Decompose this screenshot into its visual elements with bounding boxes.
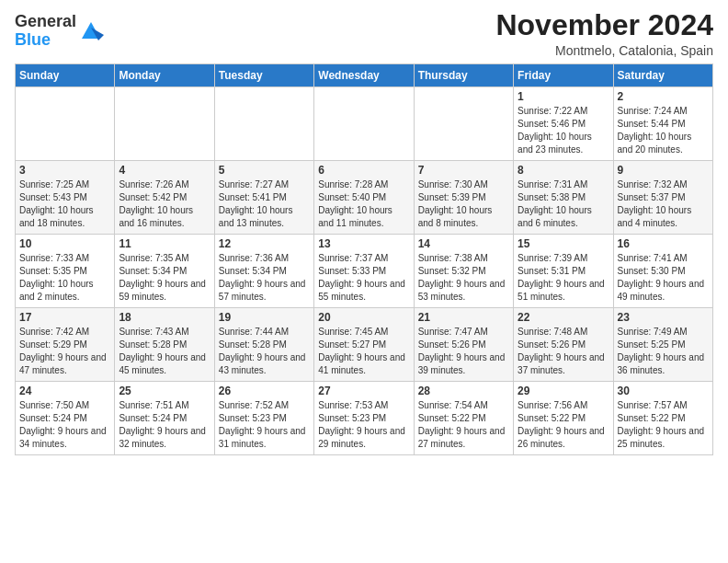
weekday-header-saturday: Saturday <box>613 64 712 87</box>
day-info: Sunrise: 7:53 AMSunset: 5:23 PMDaylight:… <box>318 399 409 451</box>
calendar-cell: 3Sunrise: 7:25 AMSunset: 5:43 PMDaylight… <box>16 161 115 235</box>
calendar-table: SundayMondayTuesdayWednesdayThursdayFrid… <box>15 63 713 455</box>
calendar-cell <box>314 87 414 161</box>
day-info: Sunrise: 7:25 AMSunset: 5:43 PMDaylight:… <box>19 178 110 230</box>
day-number: 17 <box>19 311 110 324</box>
calendar-cell: 28Sunrise: 7:54 AMSunset: 5:22 PMDayligh… <box>414 382 513 455</box>
day-info: Sunrise: 7:26 AMSunset: 5:42 PMDaylight:… <box>119 178 210 230</box>
calendar-cell: 20Sunrise: 7:45 AMSunset: 5:27 PMDayligh… <box>314 308 414 382</box>
calendar-cell <box>115 87 214 161</box>
day-info: Sunrise: 7:57 AMSunset: 5:22 PMDaylight:… <box>618 399 709 451</box>
day-number: 30 <box>618 385 709 397</box>
calendar-cell: 18Sunrise: 7:43 AMSunset: 5:28 PMDayligh… <box>115 308 214 382</box>
calendar-cell <box>16 87 115 161</box>
header: General Blue November 2024 Montmelo, Cat… <box>15 9 713 58</box>
calendar-cell: 19Sunrise: 7:44 AMSunset: 5:28 PMDayligh… <box>214 308 313 382</box>
calendar-cell: 25Sunrise: 7:51 AMSunset: 5:24 PMDayligh… <box>115 382 214 455</box>
title-block: November 2024 Montmelo, Catalonia, Spain <box>495 9 713 58</box>
day-info: Sunrise: 7:38 AMSunset: 5:32 PMDaylight:… <box>418 252 509 304</box>
day-info: Sunrise: 7:24 AMSunset: 5:44 PMDaylight:… <box>618 105 709 156</box>
calendar-cell: 23Sunrise: 7:49 AMSunset: 5:25 PMDayligh… <box>613 308 712 382</box>
location-title: Montmelo, Catalonia, Spain <box>495 43 713 58</box>
day-number: 12 <box>219 237 310 250</box>
day-info: Sunrise: 7:50 AMSunset: 5:24 PMDaylight:… <box>19 399 110 451</box>
month-title: November 2024 <box>495 9 713 41</box>
calendar-cell: 27Sunrise: 7:53 AMSunset: 5:23 PMDayligh… <box>314 382 414 455</box>
calendar-cell <box>414 87 513 161</box>
day-number: 21 <box>418 311 509 324</box>
day-info: Sunrise: 7:56 AMSunset: 5:22 PMDaylight:… <box>518 399 609 451</box>
calendar-cell: 5Sunrise: 7:27 AMSunset: 5:41 PMDaylight… <box>214 161 313 235</box>
day-number: 7 <box>418 164 509 177</box>
day-info: Sunrise: 7:27 AMSunset: 5:41 PMDaylight:… <box>219 178 310 230</box>
day-info: Sunrise: 7:22 AMSunset: 5:46 PMDaylight:… <box>518 105 609 156</box>
calendar-cell: 6Sunrise: 7:28 AMSunset: 5:40 PMDaylight… <box>314 161 414 235</box>
calendar-cell: 11Sunrise: 7:35 AMSunset: 5:34 PMDayligh… <box>115 235 214 308</box>
calendar-cell: 1Sunrise: 7:22 AMSunset: 5:46 PMDaylight… <box>514 87 613 161</box>
day-info: Sunrise: 7:37 AMSunset: 5:33 PMDaylight:… <box>318 252 409 304</box>
calendar-cell: 24Sunrise: 7:50 AMSunset: 5:24 PMDayligh… <box>16 382 115 455</box>
day-info: Sunrise: 7:28 AMSunset: 5:40 PMDaylight:… <box>318 178 409 230</box>
day-number: 18 <box>119 311 210 324</box>
calendar-cell: 21Sunrise: 7:47 AMSunset: 5:26 PMDayligh… <box>414 308 513 382</box>
calendar-cell: 26Sunrise: 7:52 AMSunset: 5:23 PMDayligh… <box>214 382 313 455</box>
day-number: 14 <box>418 237 509 250</box>
day-number: 16 <box>618 237 709 250</box>
logo-general-text: General <box>15 12 76 30</box>
day-number: 25 <box>119 385 210 397</box>
day-info: Sunrise: 7:54 AMSunset: 5:22 PMDaylight:… <box>418 399 509 451</box>
calendar-cell: 10Sunrise: 7:33 AMSunset: 5:35 PMDayligh… <box>16 235 115 308</box>
day-number: 5 <box>219 164 310 177</box>
day-info: Sunrise: 7:35 AMSunset: 5:34 PMDaylight:… <box>119 252 210 304</box>
day-info: Sunrise: 7:39 AMSunset: 5:31 PMDaylight:… <box>518 252 609 304</box>
calendar-week-4: 17Sunrise: 7:42 AMSunset: 5:29 PMDayligh… <box>16 308 713 382</box>
day-info: Sunrise: 7:36 AMSunset: 5:34 PMDaylight:… <box>219 252 310 304</box>
calendar-cell: 13Sunrise: 7:37 AMSunset: 5:33 PMDayligh… <box>314 235 414 308</box>
day-number: 29 <box>518 385 609 397</box>
day-info: Sunrise: 7:49 AMSunset: 5:25 PMDaylight:… <box>618 326 709 377</box>
day-number: 22 <box>518 311 609 324</box>
calendar-week-5: 24Sunrise: 7:50 AMSunset: 5:24 PMDayligh… <box>16 382 713 455</box>
day-number: 19 <box>219 311 310 324</box>
logo: General Blue <box>15 13 104 50</box>
day-number: 3 <box>19 164 110 177</box>
calendar-cell: 22Sunrise: 7:48 AMSunset: 5:26 PMDayligh… <box>514 308 613 382</box>
calendar-week-2: 3Sunrise: 7:25 AMSunset: 5:43 PMDaylight… <box>16 161 713 235</box>
day-number: 10 <box>19 237 110 250</box>
weekday-header-row: SundayMondayTuesdayWednesdayThursdayFrid… <box>16 64 713 87</box>
day-info: Sunrise: 7:45 AMSunset: 5:27 PMDaylight:… <box>318 326 409 377</box>
day-info: Sunrise: 7:42 AMSunset: 5:29 PMDaylight:… <box>19 326 110 377</box>
calendar-week-3: 10Sunrise: 7:33 AMSunset: 5:35 PMDayligh… <box>16 235 713 308</box>
calendar-cell: 16Sunrise: 7:41 AMSunset: 5:30 PMDayligh… <box>613 235 712 308</box>
day-info: Sunrise: 7:31 AMSunset: 5:38 PMDaylight:… <box>518 178 609 230</box>
weekday-header-wednesday: Wednesday <box>314 64 414 87</box>
day-number: 11 <box>119 237 210 250</box>
calendar-cell: 12Sunrise: 7:36 AMSunset: 5:34 PMDayligh… <box>214 235 313 308</box>
weekday-header-friday: Friday <box>514 64 613 87</box>
calendar-cell: 14Sunrise: 7:38 AMSunset: 5:32 PMDayligh… <box>414 235 513 308</box>
day-number: 1 <box>518 90 609 103</box>
calendar-cell: 17Sunrise: 7:42 AMSunset: 5:29 PMDayligh… <box>16 308 115 382</box>
calendar-cell: 4Sunrise: 7:26 AMSunset: 5:42 PMDaylight… <box>115 161 214 235</box>
day-number: 26 <box>219 385 310 397</box>
day-number: 20 <box>318 311 409 324</box>
calendar-cell: 29Sunrise: 7:56 AMSunset: 5:22 PMDayligh… <box>514 382 613 455</box>
logo-icon <box>78 18 104 44</box>
day-info: Sunrise: 7:33 AMSunset: 5:35 PMDaylight:… <box>19 252 110 304</box>
calendar-cell: 2Sunrise: 7:24 AMSunset: 5:44 PMDaylight… <box>613 87 712 161</box>
weekday-header-thursday: Thursday <box>414 64 513 87</box>
day-number: 9 <box>618 164 709 177</box>
day-number: 27 <box>318 385 409 397</box>
day-info: Sunrise: 7:43 AMSunset: 5:28 PMDaylight:… <box>119 326 210 377</box>
day-info: Sunrise: 7:30 AMSunset: 5:39 PMDaylight:… <box>418 178 509 230</box>
day-number: 13 <box>318 237 409 250</box>
calendar-cell: 9Sunrise: 7:32 AMSunset: 5:37 PMDaylight… <box>613 161 712 235</box>
day-number: 15 <box>518 237 609 250</box>
page: General Blue November 2024 Montmelo, Cat… <box>0 0 728 563</box>
day-info: Sunrise: 7:47 AMSunset: 5:26 PMDaylight:… <box>418 326 509 377</box>
day-number: 23 <box>618 311 709 324</box>
day-number: 4 <box>119 164 210 177</box>
logo-blue-text: Blue <box>15 30 51 49</box>
weekday-header-sunday: Sunday <box>16 64 115 87</box>
calendar-cell: 7Sunrise: 7:30 AMSunset: 5:39 PMDaylight… <box>414 161 513 235</box>
